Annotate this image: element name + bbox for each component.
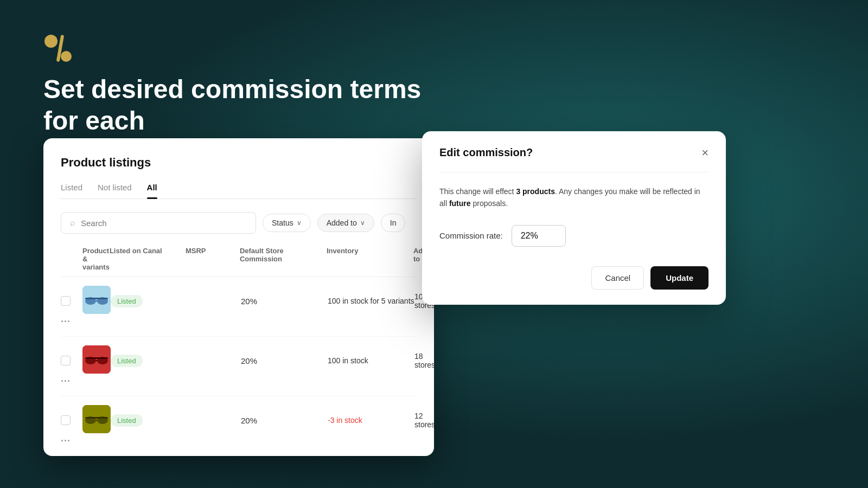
col-inventory: Inventory bbox=[327, 247, 413, 271]
modal-divider bbox=[439, 172, 709, 172]
col-product: Product & variants bbox=[82, 247, 110, 271]
cancel-button[interactable]: Cancel bbox=[591, 266, 644, 290]
tab-listed[interactable]: Listed bbox=[61, 183, 82, 198]
svg-rect-6 bbox=[85, 298, 108, 299]
filters-row: ⌕ Status ∨ Added to ∨ In bbox=[61, 212, 417, 234]
commission-rate-input[interactable] bbox=[512, 225, 566, 247]
row-checkbox[interactable] bbox=[61, 356, 71, 365]
table-row: Listed 20% 100 in stock 18 stores ∨ ··· bbox=[61, 337, 417, 396]
commission-value: 20% bbox=[241, 297, 328, 306]
table-row: Listed 20% 100 in stock for 5 variants 1… bbox=[61, 277, 417, 337]
stores-value: 18 stores ∨ bbox=[414, 352, 434, 369]
chevron-down-icon: ∨ bbox=[297, 219, 302, 227]
stores-value: 12 stores ∨ bbox=[414, 412, 434, 429]
edit-commission-modal: Edit commission? × This change will effe… bbox=[422, 131, 726, 305]
modal-title: Edit commission? bbox=[439, 146, 533, 159]
chevron-down-icon: ∨ bbox=[360, 219, 365, 227]
row-checkbox[interactable] bbox=[61, 415, 71, 425]
in-filter-button[interactable]: In bbox=[381, 214, 406, 232]
modal-actions: Cancel Update bbox=[439, 266, 709, 290]
commission-value: 20% bbox=[241, 356, 328, 365]
product-image bbox=[82, 286, 111, 314]
inventory-value: 100 in stock for 5 variants bbox=[328, 297, 414, 305]
product-image bbox=[82, 345, 111, 374]
inventory-value: 100 in stock bbox=[328, 356, 414, 365]
product-listings-panel: Product listings Listed Not listed All ⌕… bbox=[43, 138, 434, 456]
table-header: Product & variants Listed on Canal MSRP … bbox=[61, 247, 417, 277]
svg-point-0 bbox=[44, 35, 58, 48]
commission-label: Commission rate: bbox=[439, 231, 503, 240]
status-badge: Listed bbox=[111, 295, 143, 307]
modal-header: Edit commission? × bbox=[439, 146, 709, 159]
col-msrp: MSRP bbox=[186, 247, 240, 271]
tab-not-listed[interactable]: Not listed bbox=[98, 183, 132, 198]
modal-description: This change will effect 3 products. Any … bbox=[439, 185, 709, 210]
svg-point-2 bbox=[61, 51, 72, 62]
svg-rect-11 bbox=[85, 357, 108, 359]
svg-rect-16 bbox=[85, 417, 108, 419]
tab-all[interactable]: All bbox=[147, 183, 157, 198]
tabs-row: Listed Not listed All bbox=[61, 183, 417, 199]
col-commission: Default Store Commission bbox=[240, 247, 327, 271]
inventory-value: -3 in stock bbox=[328, 416, 414, 425]
col-listed: Listed on Canal bbox=[110, 247, 186, 271]
added-to-filter-button[interactable]: Added to ∨ bbox=[317, 214, 374, 232]
search-box[interactable]: ⌕ bbox=[61, 212, 256, 234]
table-row: Listed 20% -3 in stock 12 stores ∨ ··· bbox=[61, 396, 417, 456]
more-options-button[interactable]: ··· bbox=[61, 435, 82, 447]
commission-value: 20% bbox=[241, 416, 328, 425]
logo-mark bbox=[43, 33, 456, 64]
more-options-button[interactable]: ··· bbox=[61, 316, 82, 328]
row-checkbox[interactable] bbox=[61, 296, 71, 306]
panel-title: Product listings bbox=[61, 156, 417, 170]
update-button[interactable]: Update bbox=[650, 266, 709, 290]
status-badge: Listed bbox=[111, 355, 143, 367]
status-badge: Listed bbox=[111, 414, 143, 427]
close-icon[interactable]: × bbox=[701, 147, 709, 159]
search-icon: ⌕ bbox=[70, 218, 75, 228]
product-image bbox=[82, 405, 111, 433]
more-options-button[interactable]: ··· bbox=[61, 376, 82, 387]
commission-rate-row: Commission rate: bbox=[439, 225, 709, 247]
status-filter-button[interactable]: Status ∨ bbox=[263, 214, 311, 232]
search-input[interactable] bbox=[81, 219, 247, 228]
